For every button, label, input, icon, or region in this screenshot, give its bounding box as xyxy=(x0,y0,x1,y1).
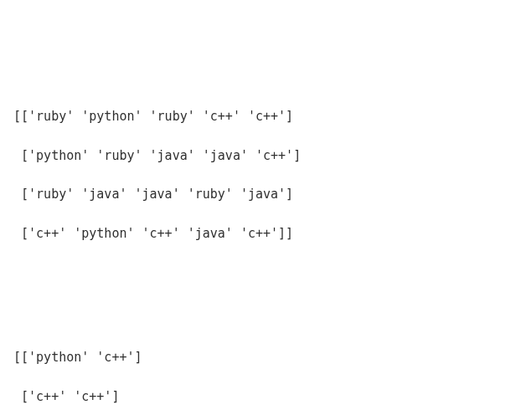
array-row: [['python' 'c++'] xyxy=(13,348,508,367)
array-row: ['c++' 'python' 'c++' 'java' 'c++']] xyxy=(13,224,508,243)
array-row: ['ruby' 'java' 'java' 'ruby' 'java'] xyxy=(13,185,508,204)
array-row: ['c++' 'c++'] xyxy=(13,387,508,407)
array-block-1: [['python' 'c++'] ['c++' 'c++'] ['python… xyxy=(13,329,508,420)
array-row: ['python' 'ruby' 'java' 'java' 'c++'] xyxy=(13,146,508,166)
array-block-0: [['ruby' 'python' 'ruby' 'c++' 'c++'] ['… xyxy=(13,88,508,263)
array-row: [['ruby' 'python' 'ruby' 'c++' 'c++'] xyxy=(13,107,508,126)
